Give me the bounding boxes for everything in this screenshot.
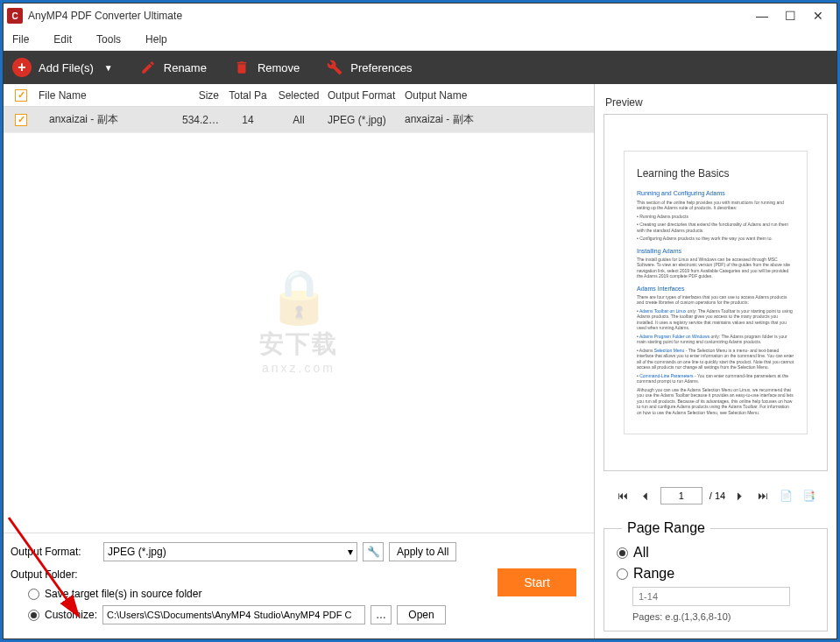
menu-edit[interactable]: Edit (53, 33, 72, 46)
rename-button[interactable]: Rename (139, 59, 207, 76)
doc-p2: The install guides for Linux and Windows… (637, 257, 794, 279)
output-folder-label: Output Folder: (11, 568, 98, 581)
preview-label: Preview (604, 91, 828, 114)
customize-label: Customize: (45, 609, 97, 621)
select-all-checkbox[interactable] (15, 89, 27, 102)
preview-box: Learning the Basics Running and Configur… (604, 114, 828, 471)
cell-selected: All (273, 114, 324, 126)
fit-page-icon[interactable]: 📄 (778, 488, 794, 504)
export-page-icon[interactable]: 📑 (801, 488, 816, 504)
menubar: File Edit Tools Help (4, 28, 836, 51)
bottom-panel: Output Format: JPEG (*.jpg) ▾ 🔧 Apply to… (4, 533, 594, 638)
table-row[interactable]: anxaizai - 副本 534.2… 14 All JPEG (*.jpg)… (4, 107, 594, 133)
remove-label: Remove (258, 61, 300, 74)
doc-h-interfaces: Adams Interfaces (637, 285, 794, 293)
output-format-select[interactable]: JPEG (*.jpg) ▾ (103, 542, 357, 561)
save-source-radio[interactable] (28, 589, 39, 600)
customize-radio[interactable] (28, 610, 39, 621)
output-path-input[interactable]: C:\Users\CS\Documents\AnyMP4 Studio\AnyM… (102, 605, 365, 624)
chevron-down-icon[interactable]: ▼ (104, 63, 113, 73)
plus-icon: + (12, 58, 32, 77)
range-all-label: All (633, 545, 649, 561)
doc-p1: This section of the online help provides… (637, 200, 794, 211)
start-button[interactable]: Start (498, 568, 576, 596)
chevron-down-icon: ▾ (348, 546, 353, 558)
first-page-button[interactable]: ⏮ (615, 488, 631, 504)
maximize-button[interactable]: ☐ (784, 10, 796, 22)
doc-li1: • Adams Toolbar on Linux only: The Adams… (637, 308, 794, 331)
format-value: JPEG (*.jpg) (108, 546, 166, 558)
preferences-button[interactable]: Preferences (326, 59, 412, 76)
app-icon: C (7, 8, 23, 24)
watermark: 🔒 安下载 anxz.com (259, 265, 338, 375)
range-hint: Pages: e.g.(1,3,6,8-10) (632, 611, 818, 622)
page-range-legend: Page Range (622, 520, 710, 536)
menu-file[interactable]: File (12, 33, 29, 46)
save-source-label: Save target file(s) in source folder (45, 588, 201, 600)
wrench-icon: 🔧 (367, 546, 380, 558)
row-checkbox[interactable] (15, 114, 27, 126)
range-all-radio[interactable] (617, 547, 628, 559)
apply-to-all-button[interactable]: Apply to All (389, 542, 456, 561)
range-custom-label: Range (633, 566, 674, 582)
header-outputname[interactable]: Output Name (401, 89, 594, 102)
preferences-label: Preferences (350, 61, 412, 74)
wrench-icon (326, 59, 343, 76)
titlebar: C AnyMP4 PDF Converter Ultimate — ☐ ✕ (4, 4, 836, 28)
menu-tools[interactable]: Tools (96, 33, 121, 46)
left-panel: File Name Size Total Pa Selected Output … (4, 84, 595, 638)
table-header: File Name Size Total Pa Selected Output … (4, 84, 594, 107)
doc-h-install: Installing Adams (637, 247, 794, 255)
next-page-button[interactable]: ⏵ (732, 488, 748, 504)
menu-help[interactable]: Help (145, 33, 167, 46)
header-filename[interactable]: File Name (33, 89, 173, 102)
doc-h-running: Running and Configuring Adams (637, 189, 794, 197)
doc-b3: • Configuring Adams products so they wor… (637, 236, 794, 242)
doc-b2: • Creating user directories that extend … (637, 222, 794, 233)
minimize-button[interactable]: — (756, 10, 768, 22)
range-input[interactable] (632, 587, 790, 606)
toolbar: + Add File(s) ▼ Rename Remove Preference… (4, 51, 836, 84)
cell-outputformat: JPEG (*.jpg) (324, 114, 401, 126)
last-page-button[interactable]: ⏭ (755, 488, 771, 504)
cell-totalpages: 14 (222, 114, 273, 126)
app-window: C AnyMP4 PDF Converter Ultimate — ☐ ✕ Fi… (3, 3, 837, 639)
header-size[interactable]: Size (173, 89, 222, 102)
app-title: AnyMP4 PDF Converter Ultimate (28, 10, 756, 22)
range-custom-radio[interactable] (617, 568, 628, 580)
page-total: / 14 (709, 490, 725, 501)
pager: ⏮ ⏴ / 14 ⏵ ⏭ 📄 📑 (604, 478, 828, 513)
doc-p3: There are four types of interfaces that … (637, 294, 794, 306)
doc-title: Learning the Basics (637, 167, 794, 181)
trash-icon (233, 59, 251, 76)
prev-page-button[interactable]: ⏴ (638, 488, 653, 504)
main-area: File Name Size Total Pa Selected Output … (4, 84, 836, 638)
cell-filename: anxaizai - 副本 (33, 112, 173, 127)
doc-b1: • Running Adams products (637, 214, 794, 220)
doc-li2: • Adams Program Folder on Windows only: … (637, 334, 794, 345)
pencil-icon (139, 59, 157, 76)
page-input[interactable] (660, 487, 702, 504)
watermark-url: anxz.com (259, 361, 338, 375)
doc-li3: • Adams Selection Menu - The Selection M… (637, 348, 794, 370)
format-settings-button[interactable]: 🔧 (363, 542, 384, 561)
cell-size: 534.2… (173, 114, 222, 126)
bag-icon: 🔒 (259, 265, 338, 328)
preview-panel: Preview Learning the Basics Running and … (595, 84, 836, 638)
header-outputformat[interactable]: Output Format (324, 89, 401, 102)
doc-p4: Although you can use the Adams Selection… (637, 387, 794, 416)
doc-li4: • Command-Line Parameters - You can ente… (637, 373, 794, 384)
watermark-text: 安下载 (259, 328, 338, 361)
file-list: anxaizai - 副本 534.2… 14 All JPEG (*.jpg)… (4, 107, 594, 533)
add-files-button[interactable]: + Add File(s) ▼ (12, 58, 113, 77)
open-folder-button[interactable]: Open (397, 605, 446, 624)
rename-label: Rename (164, 61, 207, 74)
remove-button[interactable]: Remove (233, 59, 300, 76)
header-totalpages[interactable]: Total Pa (222, 89, 273, 102)
close-button[interactable]: ✕ (812, 10, 824, 22)
cell-outputname: anxaizai - 副本 (401, 112, 594, 127)
browse-button[interactable]: … (371, 605, 392, 624)
window-controls: — ☐ ✕ (756, 10, 833, 22)
header-selected[interactable]: Selected (273, 89, 324, 102)
page-range-fieldset: Page Range All Range Pages: e.g.(1,3,6,8… (604, 520, 828, 631)
